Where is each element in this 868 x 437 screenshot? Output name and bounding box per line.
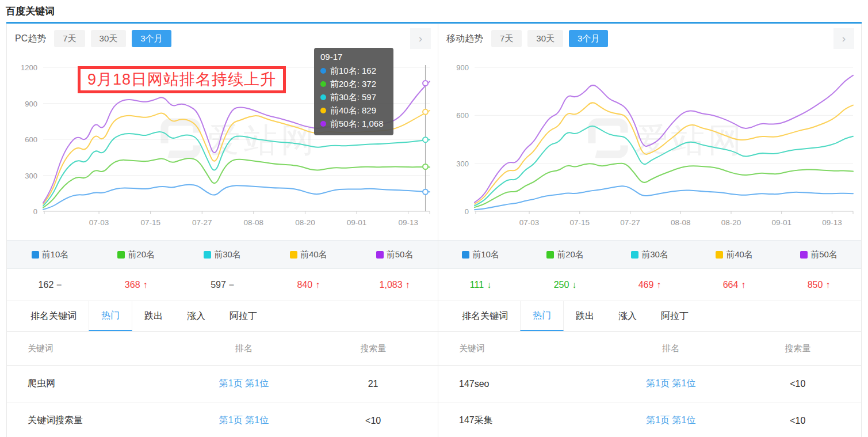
svg-text:900: 900 (25, 100, 37, 108)
series-dot-icon (320, 68, 326, 74)
next-arrow-button[interactable]: › (410, 28, 431, 49)
tab-涨入[interactable]: 涨入 (175, 301, 217, 331)
svg-text:08-08: 08-08 (244, 218, 264, 227)
column-header-rank: 排名 (179, 343, 309, 354)
legend-item-前20名[interactable]: 前20名 (523, 249, 607, 260)
stat-number: 368 (125, 280, 140, 290)
legend-item-前30名[interactable]: 前30名 (179, 249, 266, 260)
range-button-3个月[interactable]: 3个月 (132, 30, 171, 47)
svg-text:09-01: 09-01 (347, 218, 367, 227)
chart-tooltip: 09-17 前10名: 162前20名: 372前30名: 597前40名: 8… (314, 48, 393, 135)
pc-trend-panel: PC趋势 7天30天3个月 › 03006009001200爱站网07-0307… (7, 24, 438, 437)
mobile-table-header: 关键词 排名 搜索量 (438, 332, 861, 366)
svg-text:07-03: 07-03 (89, 218, 109, 227)
legend-item-前10名[interactable]: 前10名 (7, 249, 93, 260)
range-button-7天[interactable]: 7天 (491, 30, 522, 47)
series-dot-icon (320, 121, 326, 127)
rank-cell: 第1页 第1位 (179, 415, 309, 427)
svg-text:07-15: 07-15 (570, 218, 590, 227)
svg-text:1200: 1200 (21, 63, 37, 72)
legend-item-前50名[interactable]: 前50名 (777, 249, 861, 260)
legend-item-前20名[interactable]: 前20名 (93, 249, 179, 260)
table-row: 147采集第1页 第1位<10 (438, 402, 861, 437)
stat-value-前40名: 664↑ (692, 280, 777, 290)
legend-label: 前30名 (641, 249, 668, 260)
legend-item-前10名[interactable]: 前10名 (438, 249, 523, 260)
column-header-keyword: 关键词 (7, 343, 179, 354)
rank-link[interactable]: 第1页 第1位 (646, 378, 695, 388)
svg-text:07-27: 07-27 (192, 218, 212, 227)
tab-阿拉丁[interactable]: 阿拉丁 (649, 301, 701, 331)
svg-text:0: 0 (33, 207, 37, 216)
page-title: 百度关键词 (0, 0, 868, 22)
tab-阿拉丁[interactable]: 阿拉丁 (217, 301, 269, 331)
tab-热门[interactable]: 热门 (89, 301, 132, 331)
mobile-legend-row: 前10名前20名前30名前40名前50名 (438, 240, 861, 269)
next-arrow-button[interactable]: › (833, 28, 854, 49)
tooltip-text: 前30名: 597 (330, 90, 376, 104)
rank-link[interactable]: 第1页 第1位 (219, 378, 269, 388)
legend-label: 前20名 (557, 249, 584, 260)
tooltip-date: 09-17 (320, 52, 387, 62)
range-button-3个月[interactable]: 3个月 (569, 30, 608, 47)
stat-number: 469 (638, 280, 654, 290)
range-button-7天[interactable]: 7天 (54, 30, 85, 47)
tab-跌出[interactable]: 跌出 (564, 301, 606, 331)
tab-涨入[interactable]: 涨入 (606, 301, 649, 331)
svg-text:07-03: 07-03 (519, 218, 540, 227)
tooltip-text: 前50名: 1,068 (330, 117, 384, 130)
stat-number: 162 (39, 280, 54, 290)
svg-text:07-27: 07-27 (620, 218, 640, 227)
pc-chart-area: 03006009001200爱站网07-0307-1507-2708-0808-… (7, 52, 438, 240)
range-button-30天[interactable]: 30天 (91, 30, 127, 47)
tooltip-item-前20名: 前20名: 372 (320, 77, 387, 90)
legend-label: 前30名 (214, 249, 241, 260)
stat-number: 250 (554, 280, 569, 290)
tooltip-item-前10名: 前10名: 162 (320, 64, 387, 77)
stat-value-前50名: 1,083↑ (351, 280, 438, 290)
tab-排名关键词[interactable]: 排名关键词 (450, 301, 520, 331)
stat-number: 111 (470, 280, 484, 290)
flat-arrow-icon: – (56, 280, 62, 290)
mobile-trend-chart[interactable]: 0300600900爱站网07-0307-1507-2708-0808-2009… (438, 52, 861, 240)
svg-text:07-15: 07-15 (140, 218, 160, 227)
column-header-keyword: 关键词 (438, 343, 607, 354)
tooltip-item-前50名: 前50名: 1,068 (320, 117, 387, 130)
down-arrow-icon: ↓ (572, 280, 576, 290)
range-button-30天[interactable]: 30天 (527, 30, 563, 47)
down-arrow-icon: ↓ (487, 280, 491, 290)
volume-cell: 21 (308, 379, 438, 389)
tooltip-text: 前40名: 829 (330, 104, 376, 117)
svg-text:08-20: 08-20 (721, 218, 741, 227)
flat-arrow-icon: – (229, 280, 234, 290)
pc-keyword-tabs: 排名关键词热门跌出涨入阿拉丁 (7, 301, 438, 332)
rank-link[interactable]: 第1页 第1位 (219, 415, 269, 425)
keyword-cell: 147seo (438, 379, 607, 389)
tab-热门[interactable]: 热门 (520, 301, 564, 331)
tab-跌出[interactable]: 跌出 (132, 301, 175, 331)
svg-text:09-01: 09-01 (771, 218, 791, 227)
legend-item-前40名[interactable]: 前40名 (692, 249, 777, 260)
legend-item-前30名[interactable]: 前30名 (607, 249, 692, 260)
tab-排名关键词[interactable]: 排名关键词 (18, 301, 89, 331)
stat-number: 597 (211, 280, 226, 290)
legend-swatch-icon (716, 251, 723, 259)
legend-item-前40名[interactable]: 前40名 (265, 249, 351, 260)
up-arrow-icon: ↑ (656, 280, 661, 290)
column-header-rank: 排名 (607, 343, 735, 354)
tooltip-text: 前10名: 162 (330, 64, 376, 77)
mobile-panel-header: 移动趋势 7天30天3个月 › (438, 24, 861, 52)
stat-number: 1,083 (380, 280, 403, 290)
rank-link[interactable]: 第1页 第1位 (646, 415, 695, 425)
keyword-cell: 关键词搜索量 (7, 415, 179, 427)
legend-label: 前50名 (810, 249, 838, 260)
tooltip-item-前30名: 前30名: 597 (320, 90, 387, 104)
legend-swatch-icon (376, 251, 384, 259)
svg-text:300: 300 (25, 172, 37, 180)
svg-text:08-20: 08-20 (295, 218, 315, 227)
legend-item-前50名[interactable]: 前50名 (351, 249, 438, 260)
pc-table-header: 关键词 排名 搜索量 (7, 332, 438, 366)
legend-label: 前40名 (726, 249, 753, 260)
column-header-volume: 搜索量 (735, 343, 862, 354)
rank-cell: 第1页 第1位 (607, 378, 735, 390)
